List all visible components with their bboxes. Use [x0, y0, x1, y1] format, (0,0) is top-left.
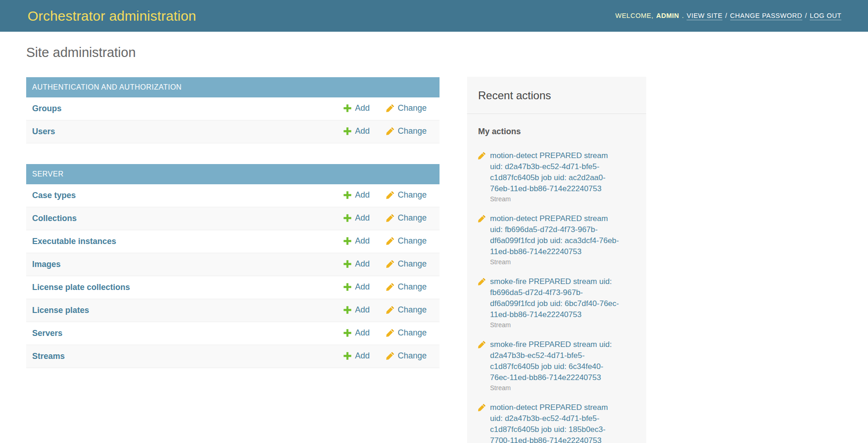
add-label: Add	[355, 103, 370, 113]
plus-icon	[343, 283, 352, 291]
app-modules: AUTHENTICATION AND AUTHORIZATION Groups …	[26, 77, 440, 368]
recent-action-item: motion-detect PREPARED stream uid: fb696…	[467, 208, 646, 266]
add-link[interactable]: Add	[343, 103, 370, 113]
model-link[interactable]: Groups	[32, 104, 343, 114]
page-title: Site administration	[26, 45, 440, 61]
change-link[interactable]: Change	[386, 213, 427, 223]
add-link[interactable]: Add	[343, 328, 370, 338]
recent-action-link[interactable]: motion-detect PREPARED stream uid: fb696…	[490, 213, 621, 257]
change-password-link[interactable]: CHANGE PASSWORD	[730, 12, 802, 20]
add-link[interactable]: Add	[343, 305, 370, 315]
change-label: Change	[398, 213, 427, 223]
change-link[interactable]: Change	[386, 328, 427, 338]
plus-icon	[343, 191, 352, 199]
welcome-text: WELCOME,	[615, 12, 654, 19]
recent-actions-panel: Recent actions My actions motion-detect …	[467, 77, 646, 443]
recent-action-link[interactable]: smoke-fire PREPARED stream uid: d2a47b3b…	[490, 339, 621, 383]
page: Orchestrator administration WELCOME, ADM…	[0, 0, 868, 443]
model-row: Users Add Change	[26, 120, 440, 143]
plus-icon	[343, 329, 352, 337]
pencil-icon	[478, 402, 490, 413]
plus-icon	[343, 104, 352, 113]
add-link[interactable]: Add	[343, 190, 370, 200]
model-link[interactable]: License plate collections	[32, 283, 343, 292]
model-row: Groups Add Change	[26, 97, 440, 120]
plus-icon	[343, 352, 352, 360]
change-link[interactable]: Change	[386, 236, 427, 246]
app-module: SERVER Case types Add	[26, 164, 440, 368]
module-rows: Groups Add Change	[26, 97, 440, 143]
username: ADMIN	[656, 12, 679, 19]
module-caption-link[interactable]: SERVER	[32, 170, 64, 178]
change-link[interactable]: Change	[386, 259, 427, 269]
add-label: Add	[355, 126, 370, 136]
add-label: Add	[355, 213, 370, 223]
recent-action-item: motion-detect PREPARED stream uid: d2a47…	[467, 145, 646, 203]
add-label: Add	[355, 259, 370, 269]
change-link[interactable]: Change	[386, 103, 427, 113]
recent-action-link[interactable]: motion-detect PREPARED stream uid: d2a47…	[490, 402, 621, 443]
recent-action-link[interactable]: smoke-fire PREPARED stream uid: fb696da5…	[490, 276, 621, 320]
add-link[interactable]: Add	[343, 213, 370, 223]
add-label: Add	[355, 282, 370, 292]
content: Site administration AUTHENTICATION AND A…	[0, 32, 868, 443]
add-link[interactable]: Add	[343, 126, 370, 136]
recent-action-link[interactable]: motion-detect PREPARED stream uid: d2a47…	[490, 150, 621, 194]
model-row: Images Add Change	[26, 253, 440, 276]
pencil-icon	[386, 306, 395, 314]
add-link[interactable]: Add	[343, 236, 370, 246]
recent-action-type: Stream	[478, 384, 635, 392]
change-label: Change	[398, 103, 427, 113]
site-title-link[interactable]: Orchestrator administration	[28, 8, 196, 24]
module-rows: Case types Add Change	[26, 184, 440, 368]
recent-action-item: smoke-fire PREPARED stream uid: fb696da5…	[467, 271, 646, 329]
model-link[interactable]: Images	[32, 260, 343, 269]
change-label: Change	[398, 305, 427, 315]
module-caption: SERVER	[26, 164, 440, 184]
change-link[interactable]: Change	[386, 190, 427, 200]
pencil-icon	[478, 276, 490, 287]
recent-actions-title: Recent actions	[467, 77, 646, 114]
plus-icon	[343, 214, 352, 222]
recent-action-item: motion-detect PREPARED stream uid: d2a47…	[467, 397, 646, 443]
recent-action-type: Stream	[478, 258, 635, 266]
add-label: Add	[355, 328, 370, 338]
change-label: Change	[398, 328, 427, 338]
recent-actions-list: motion-detect PREPARED stream uid: d2a47…	[467, 145, 646, 443]
add-label: Add	[355, 305, 370, 315]
change-link[interactable]: Change	[386, 126, 427, 136]
add-label: Add	[355, 351, 370, 361]
model-link[interactable]: Users	[32, 127, 343, 136]
model-link[interactable]: Collections	[32, 214, 343, 223]
change-label: Change	[398, 351, 427, 361]
model-row: Case types Add Change	[26, 184, 440, 207]
pencil-icon	[386, 237, 395, 245]
change-link[interactable]: Change	[386, 282, 427, 292]
model-link[interactable]: Executable instances	[32, 237, 343, 246]
view-site-link[interactable]: VIEW SITE	[687, 12, 722, 20]
change-link[interactable]: Change	[386, 351, 427, 361]
model-link[interactable]: Streams	[32, 352, 343, 361]
log-out-link[interactable]: LOG OUT	[810, 12, 841, 20]
recent-action-type: Stream	[478, 195, 635, 203]
add-link[interactable]: Add	[343, 282, 370, 292]
module-caption: AUTHENTICATION AND AUTHORIZATION	[26, 77, 440, 97]
plus-icon	[343, 306, 352, 314]
recent-action-item: smoke-fire PREPARED stream uid: d2a47b3b…	[467, 334, 646, 392]
model-row: Servers Add Change	[26, 322, 440, 345]
link-separator: /	[725, 12, 727, 19]
module-caption-link[interactable]: AUTHENTICATION AND AUTHORIZATION	[32, 83, 182, 91]
model-link[interactable]: Servers	[32, 329, 343, 338]
change-label: Change	[398, 236, 427, 246]
model-link[interactable]: Case types	[32, 191, 343, 200]
plus-icon	[343, 260, 352, 268]
pencil-icon	[386, 352, 395, 360]
model-link[interactable]: License plates	[32, 306, 343, 315]
add-link[interactable]: Add	[343, 351, 370, 361]
plus-icon	[343, 127, 352, 136]
recent-action-type: Stream	[478, 321, 635, 329]
change-label: Change	[398, 259, 427, 269]
change-link[interactable]: Change	[386, 305, 427, 315]
add-link[interactable]: Add	[343, 259, 370, 269]
pencil-icon	[386, 191, 395, 199]
